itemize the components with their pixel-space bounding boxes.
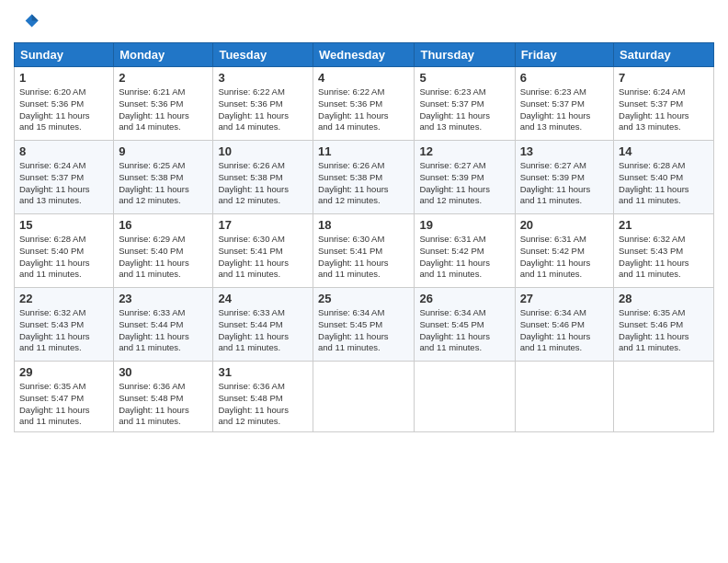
day-number: 28 (619, 292, 709, 305)
day-number: 24 (218, 292, 308, 305)
day-info: Sunrise: 6:32 AM Sunset: 5:43 PM Dayligh… (619, 234, 709, 281)
calendar-day-cell: 15Sunrise: 6:28 AM Sunset: 5:40 PM Dayli… (15, 214, 114, 288)
calendar-week-row: 15Sunrise: 6:28 AM Sunset: 5:40 PM Dayli… (15, 214, 714, 288)
day-info: Sunrise: 6:27 AM Sunset: 5:39 PM Dayligh… (419, 160, 509, 207)
day-number: 23 (119, 292, 208, 305)
weekday-header-wednesday: Wednesday (313, 43, 415, 67)
day-number: 20 (520, 218, 609, 232)
day-info: Sunrise: 6:32 AM Sunset: 5:43 PM Dayligh… (19, 307, 108, 354)
day-number: 3 (218, 71, 308, 85)
weekday-header-sunday: Sunday (15, 43, 114, 67)
weekday-header-tuesday: Tuesday (213, 43, 313, 67)
day-number: 11 (318, 144, 409, 158)
day-info: Sunrise: 6:26 AM Sunset: 5:38 PM Dayligh… (218, 160, 308, 207)
day-number: 25 (318, 292, 409, 305)
day-info: Sunrise: 6:28 AM Sunset: 5:40 PM Dayligh… (19, 234, 108, 281)
day-number: 30 (119, 365, 208, 379)
day-number: 29 (19, 365, 108, 379)
calendar-table: SundayMondayTuesdayWednesdayThursdayFrid… (14, 42, 714, 432)
day-number: 8 (19, 144, 108, 158)
calendar-day-cell: 14Sunrise: 6:28 AM Sunset: 5:40 PM Dayli… (614, 141, 714, 214)
calendar-day-cell: 11Sunrise: 6:26 AM Sunset: 5:38 PM Dayli… (313, 141, 415, 214)
calendar-day-cell: 20Sunrise: 6:31 AM Sunset: 5:42 PM Dayli… (515, 214, 613, 288)
day-info: Sunrise: 6:36 AM Sunset: 5:48 PM Dayligh… (119, 381, 208, 428)
day-number: 12 (419, 144, 509, 158)
day-info: Sunrise: 6:33 AM Sunset: 5:44 PM Dayligh… (119, 307, 208, 354)
day-number: 15 (19, 218, 108, 232)
calendar-day-cell: 29Sunrise: 6:35 AM Sunset: 5:47 PM Dayli… (15, 362, 114, 432)
calendar-day-cell: 13Sunrise: 6:27 AM Sunset: 5:39 PM Dayli… (515, 141, 613, 214)
day-info: Sunrise: 6:21 AM Sunset: 5:36 PM Dayligh… (119, 86, 208, 133)
day-number: 21 (619, 218, 709, 232)
day-number: 13 (520, 144, 609, 158)
svg-marker-1 (32, 15, 39, 21)
calendar-week-row: 29Sunrise: 6:35 AM Sunset: 5:47 PM Dayli… (15, 362, 714, 432)
logo-icon (14, 9, 40, 35)
weekday-header-thursday: Thursday (415, 43, 515, 67)
page-container: SundayMondayTuesdayWednesdayThursdayFrid… (0, 0, 728, 563)
weekday-header-monday: Monday (114, 43, 213, 67)
day-number: 5 (419, 71, 509, 85)
calendar-day-cell: 9Sunrise: 6:25 AM Sunset: 5:38 PM Daylig… (114, 141, 213, 214)
day-info: Sunrise: 6:26 AM Sunset: 5:38 PM Dayligh… (318, 160, 409, 207)
day-number: 27 (520, 292, 609, 305)
weekday-header-row: SundayMondayTuesdayWednesdayThursdayFrid… (15, 43, 714, 67)
header (14, 9, 714, 35)
calendar-day-cell: 17Sunrise: 6:30 AM Sunset: 5:41 PM Dayli… (213, 214, 313, 288)
calendar-day-cell: 1Sunrise: 6:20 AM Sunset: 5:36 PM Daylig… (15, 67, 114, 141)
calendar-day-cell: 4Sunrise: 6:22 AM Sunset: 5:36 PM Daylig… (313, 67, 415, 141)
day-info: Sunrise: 6:35 AM Sunset: 5:46 PM Dayligh… (619, 307, 709, 354)
day-number: 2 (119, 71, 208, 85)
empty-cell (415, 362, 515, 432)
calendar-day-cell: 7Sunrise: 6:24 AM Sunset: 5:37 PM Daylig… (614, 67, 714, 141)
calendar-day-cell: 3Sunrise: 6:22 AM Sunset: 5:36 PM Daylig… (213, 67, 313, 141)
day-info: Sunrise: 6:28 AM Sunset: 5:40 PM Dayligh… (619, 160, 709, 207)
day-info: Sunrise: 6:33 AM Sunset: 5:44 PM Dayligh… (218, 307, 308, 354)
day-number: 14 (619, 144, 709, 158)
weekday-header-friday: Friday (515, 43, 613, 67)
day-info: Sunrise: 6:30 AM Sunset: 5:41 PM Dayligh… (218, 234, 308, 281)
day-number: 7 (619, 71, 709, 85)
day-number: 9 (119, 144, 208, 158)
day-info: Sunrise: 6:24 AM Sunset: 5:37 PM Dayligh… (619, 86, 709, 133)
day-info: Sunrise: 6:23 AM Sunset: 5:37 PM Dayligh… (520, 86, 609, 133)
calendar-day-cell: 22Sunrise: 6:32 AM Sunset: 5:43 PM Dayli… (15, 288, 114, 362)
day-info: Sunrise: 6:25 AM Sunset: 5:38 PM Dayligh… (119, 160, 208, 207)
calendar-day-cell: 12Sunrise: 6:27 AM Sunset: 5:39 PM Dayli… (415, 141, 515, 214)
day-number: 22 (19, 292, 108, 305)
calendar-day-cell: 30Sunrise: 6:36 AM Sunset: 5:48 PM Dayli… (114, 362, 213, 432)
day-info: Sunrise: 6:31 AM Sunset: 5:42 PM Dayligh… (419, 234, 509, 281)
day-info: Sunrise: 6:31 AM Sunset: 5:42 PM Dayligh… (520, 234, 609, 281)
day-number: 17 (218, 218, 308, 232)
day-number: 6 (520, 71, 609, 85)
calendar-week-row: 22Sunrise: 6:32 AM Sunset: 5:43 PM Dayli… (15, 288, 714, 362)
calendar-day-cell: 2Sunrise: 6:21 AM Sunset: 5:36 PM Daylig… (114, 67, 213, 141)
calendar-day-cell: 28Sunrise: 6:35 AM Sunset: 5:46 PM Dayli… (614, 288, 714, 362)
calendar-day-cell: 25Sunrise: 6:34 AM Sunset: 5:45 PM Dayli… (313, 288, 415, 362)
day-number: 4 (318, 71, 409, 85)
day-info: Sunrise: 6:29 AM Sunset: 5:40 PM Dayligh… (119, 234, 208, 281)
calendar-week-row: 1Sunrise: 6:20 AM Sunset: 5:36 PM Daylig… (15, 67, 714, 141)
calendar-day-cell: 16Sunrise: 6:29 AM Sunset: 5:40 PM Dayli… (114, 214, 213, 288)
calendar-day-cell: 27Sunrise: 6:34 AM Sunset: 5:46 PM Dayli… (515, 288, 613, 362)
calendar-day-cell: 10Sunrise: 6:26 AM Sunset: 5:38 PM Dayli… (213, 141, 313, 214)
day-info: Sunrise: 6:34 AM Sunset: 5:45 PM Dayligh… (419, 307, 509, 354)
calendar-week-row: 8Sunrise: 6:24 AM Sunset: 5:37 PM Daylig… (15, 141, 714, 214)
day-number: 26 (419, 292, 509, 305)
day-number: 10 (218, 144, 308, 158)
calendar-day-cell: 26Sunrise: 6:34 AM Sunset: 5:45 PM Dayli… (415, 288, 515, 362)
day-info: Sunrise: 6:35 AM Sunset: 5:47 PM Dayligh… (19, 381, 108, 428)
day-info: Sunrise: 6:22 AM Sunset: 5:36 PM Dayligh… (318, 86, 409, 133)
day-info: Sunrise: 6:34 AM Sunset: 5:46 PM Dayligh… (520, 307, 609, 354)
day-info: Sunrise: 6:24 AM Sunset: 5:37 PM Dayligh… (19, 160, 108, 207)
calendar-day-cell: 24Sunrise: 6:33 AM Sunset: 5:44 PM Dayli… (213, 288, 313, 362)
calendar-day-cell: 5Sunrise: 6:23 AM Sunset: 5:37 PM Daylig… (415, 67, 515, 141)
day-info: Sunrise: 6:20 AM Sunset: 5:36 PM Dayligh… (19, 86, 108, 133)
day-info: Sunrise: 6:34 AM Sunset: 5:45 PM Dayligh… (318, 307, 409, 354)
calendar-day-cell: 8Sunrise: 6:24 AM Sunset: 5:37 PM Daylig… (15, 141, 114, 214)
day-number: 1 (19, 71, 108, 85)
calendar-day-cell: 6Sunrise: 6:23 AM Sunset: 5:37 PM Daylig… (515, 67, 613, 141)
day-number: 31 (218, 365, 308, 379)
day-info: Sunrise: 6:27 AM Sunset: 5:39 PM Dayligh… (520, 160, 609, 207)
empty-cell (313, 362, 415, 432)
